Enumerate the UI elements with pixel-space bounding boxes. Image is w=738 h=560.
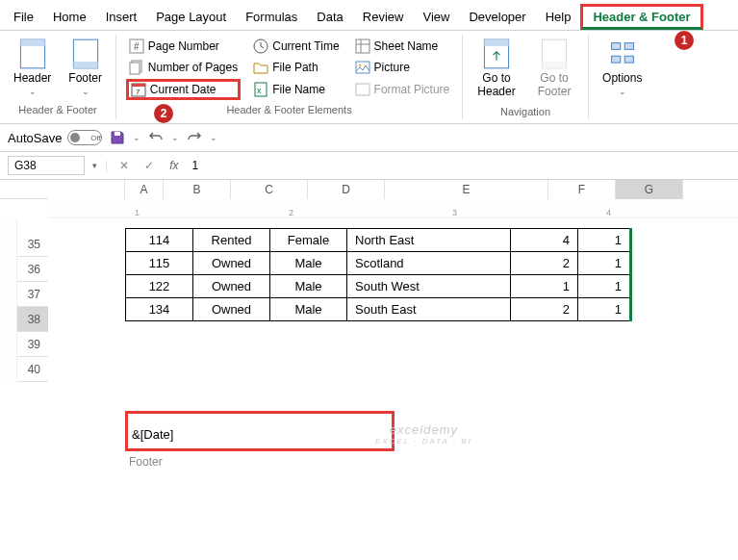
- enter-formula-button[interactable]: ✓: [140, 159, 158, 172]
- table-row[interactable]: 115 Owned Male Scotland 2 1: [126, 252, 631, 275]
- header-button[interactable]: Header ⌄: [8, 37, 57, 98]
- ribbon-tabs: File Home Insert Page Layout Formulas Da…: [0, 0, 738, 31]
- col-blank: [48, 180, 125, 199]
- tab-insert[interactable]: Insert: [96, 4, 147, 30]
- col-head-g[interactable]: G: [616, 180, 683, 199]
- goto-header-icon: [483, 38, 510, 69]
- chevron-down-icon: ⌄: [82, 87, 89, 96]
- file-name-button[interactable]: x File Name: [250, 79, 342, 100]
- cancel-formula-button[interactable]: ✕: [115, 159, 133, 172]
- quick-access-toolbar: AutoSave Off ⌄ ⌄ ⌄: [0, 124, 738, 152]
- undo-button[interactable]: [146, 128, 165, 147]
- goto-footer-icon: [541, 38, 568, 69]
- redo-button[interactable]: [185, 128, 204, 147]
- svg-rect-25: [624, 43, 633, 50]
- col-head-c[interactable]: C: [231, 180, 308, 199]
- formula-input[interactable]: [190, 157, 730, 174]
- format-picture-button: Format Picture: [352, 79, 453, 100]
- select-all-corner[interactable]: [0, 180, 48, 199]
- svg-rect-11: [130, 63, 140, 74]
- footer-section-label: Footer: [129, 455, 163, 469]
- tab-page-layout[interactable]: Page Layout: [146, 4, 236, 30]
- table-row[interactable]: 122 Owned Male South West 1 1: [126, 275, 631, 298]
- row-head-37[interactable]: 37: [17, 282, 48, 307]
- col-head-f[interactable]: F: [548, 180, 616, 199]
- row-head-35[interactable]: 35: [17, 232, 48, 257]
- svg-rect-26: [611, 56, 620, 63]
- svg-point-13: [358, 64, 361, 67]
- tab-data[interactable]: Data: [307, 4, 352, 30]
- svg-rect-24: [611, 43, 620, 50]
- col-head-a[interactable]: A: [125, 180, 164, 199]
- col-head-e[interactable]: E: [385, 180, 548, 199]
- autosave-toggle[interactable]: Off: [67, 130, 102, 145]
- svg-rect-28: [115, 132, 120, 136]
- watermark: exceldemy EXCEL · DATA · BI: [375, 422, 472, 445]
- tab-view[interactable]: View: [413, 4, 459, 30]
- group-header-footer: Header ⌄ Footer ⌄ Header & Footer: [0, 35, 116, 119]
- chevron-down-icon[interactable]: ▾: [92, 161, 97, 170]
- svg-rect-15: [132, 84, 145, 87]
- pages-icon: [129, 60, 144, 75]
- save-button[interactable]: [108, 128, 127, 147]
- footer-button[interactable]: Footer ⌄: [63, 37, 108, 98]
- goto-header-button[interactable]: Go to Header: [471, 37, 522, 100]
- tab-developer[interactable]: Developer: [459, 4, 535, 30]
- header-icon: [19, 38, 46, 69]
- clock-icon: [253, 38, 268, 54]
- tab-help[interactable]: Help: [536, 4, 581, 30]
- file-path-button[interactable]: File Path: [250, 58, 342, 77]
- picture-button[interactable]: Picture: [352, 58, 453, 77]
- options-button[interactable]: Options ⌄: [597, 37, 648, 98]
- undo-icon: [148, 130, 164, 145]
- col-head-b[interactable]: B: [164, 180, 231, 199]
- page-number-icon: #: [129, 38, 144, 54]
- number-of-pages-button[interactable]: Number of Pages: [126, 58, 241, 77]
- sheet-name-button[interactable]: Sheet Name: [352, 37, 453, 56]
- name-box[interactable]: G38: [8, 156, 85, 175]
- current-date-button[interactable]: 7 Current Date: [126, 79, 241, 100]
- goto-header-label: Go to Header: [476, 71, 517, 98]
- chevron-down-icon[interactable]: ⌄: [171, 133, 179, 142]
- chevron-down-icon: ⌄: [29, 87, 37, 96]
- table-row[interactable]: 134 Owned Male South East 2 1: [126, 298, 631, 321]
- page-layout-view[interactable]: 114 Rented Female North East 4 1 115 Own…: [48, 218, 738, 382]
- callout-2: 2: [154, 104, 173, 123]
- options-icon: [609, 38, 636, 69]
- redo-icon: [187, 130, 202, 145]
- svg-rect-27: [624, 56, 633, 63]
- tab-header-footer[interactable]: Header & Footer: [580, 4, 702, 30]
- goto-footer-button: Go to Footer: [528, 37, 580, 100]
- formula-bar: G38 ▾ | ✕ ✓ fx: [0, 152, 738, 180]
- options-label: Options: [602, 71, 642, 85]
- group-label-elements: Header & Footer Elements: [226, 104, 351, 115]
- svg-rect-3: [73, 62, 97, 68]
- tab-home[interactable]: Home: [43, 4, 96, 30]
- page-number-button[interactable]: # Page Number: [126, 37, 241, 56]
- tab-formulas[interactable]: Formulas: [236, 4, 307, 30]
- row-headers: 35 36 37 38 39 40: [17, 218, 48, 382]
- current-time-button[interactable]: Current Time: [250, 37, 342, 56]
- chevron-down-icon[interactable]: ⌄: [133, 133, 140, 142]
- table-row[interactable]: 114 Rented Female North East 4 1: [126, 229, 631, 252]
- callout-1: 1: [674, 31, 694, 50]
- group-options: Options ⌄: [589, 35, 655, 119]
- tab-review[interactable]: Review: [353, 4, 414, 30]
- footer-left-section[interactable]: &[Date]: [125, 411, 394, 451]
- col-head-d[interactable]: D: [308, 180, 385, 199]
- row-head-38[interactable]: 38: [17, 307, 48, 332]
- picture-icon: [355, 60, 370, 75]
- fx-button[interactable]: fx: [165, 159, 182, 172]
- footer-code: &[Date]: [132, 427, 173, 442]
- svg-text:7: 7: [136, 88, 140, 96]
- chevron-down-icon[interactable]: ⌄: [210, 133, 217, 142]
- format-picture-icon: [355, 82, 370, 97]
- svg-rect-1: [20, 39, 44, 46]
- row-head-39[interactable]: 39: [17, 332, 48, 357]
- row-head-40[interactable]: 40: [17, 357, 48, 382]
- footer-icon: [72, 38, 99, 69]
- svg-text:#: #: [134, 41, 140, 52]
- row-head-36[interactable]: 36: [17, 257, 48, 282]
- tab-file[interactable]: File: [4, 4, 43, 30]
- chevron-down-icon: ⌄: [619, 87, 626, 96]
